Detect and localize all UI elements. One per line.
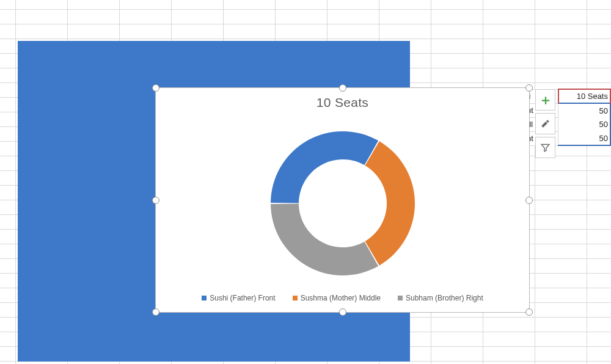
resize-handle[interactable]	[152, 84, 159, 92]
chart-filter-button[interactable]	[535, 137, 555, 158]
brush-icon	[540, 118, 551, 129]
resize-handle[interactable]	[339, 308, 346, 316]
resize-handle[interactable]	[152, 308, 159, 316]
legend-label: Sushi (Father) Front	[210, 294, 275, 302]
donut-slice[interactable]	[271, 203, 378, 275]
legend-item: Sushma (Mother) Middle	[293, 294, 381, 302]
donut-slice[interactable]	[365, 141, 415, 265]
resize-handle[interactable]	[339, 84, 346, 92]
legend-swatch-icon	[293, 296, 298, 300]
funnel-icon	[540, 142, 551, 153]
chart-elements-button[interactable]: ＋	[535, 89, 555, 111]
legend-item: Subham (Brother) Right	[398, 294, 483, 302]
legend-label: Sushma (Mother) Middle	[301, 294, 381, 302]
legend-swatch-icon	[202, 296, 207, 300]
legend-swatch-icon	[398, 296, 403, 300]
source-value-cell: 50	[558, 103, 611, 117]
chart-legend: Sushi (Father) Front Sushma (Mother) Mid…	[156, 294, 529, 302]
legend-label: Subham (Brother) Right	[406, 294, 483, 302]
donut-slice[interactable]	[271, 131, 378, 203]
plus-icon: ＋	[539, 93, 552, 107]
chart-title: 10 Seats	[156, 95, 529, 110]
source-value-cell: 50	[558, 117, 611, 131]
resize-handle[interactable]	[152, 197, 159, 204]
source-value-header: 10 Seats	[558, 89, 611, 103]
source-value-cell: 50	[558, 131, 611, 145]
resize-handle[interactable]	[525, 197, 533, 204]
chart-tool-buttons: ＋	[535, 89, 555, 158]
chart-styles-button[interactable]	[535, 113, 555, 134]
resize-handle[interactable]	[525, 308, 533, 316]
resize-handle[interactable]	[525, 84, 533, 92]
chart-object[interactable]: 10 Seats Sushi (Father) Front Sushma (Mo…	[155, 87, 530, 313]
legend-item: Sushi (Father) Front	[202, 294, 275, 302]
donut-chart	[266, 127, 419, 282]
